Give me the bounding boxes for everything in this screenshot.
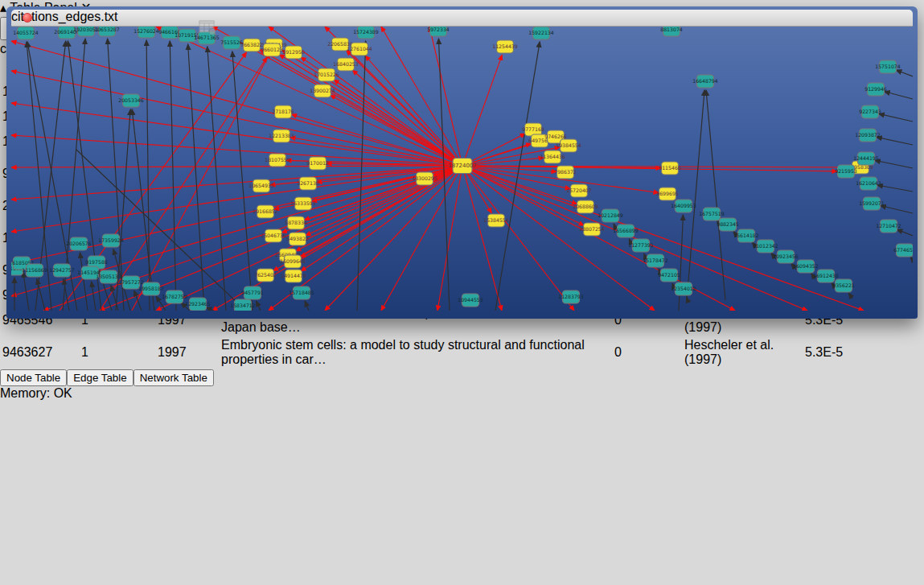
graph-edge[interactable]	[462, 166, 574, 311]
graph-edge[interactable]	[11, 166, 462, 200]
graph-edge[interactable]	[879, 113, 913, 122]
graph-edge[interactable]	[352, 70, 462, 166]
graph-node[interactable]: 15614182	[733, 229, 759, 242]
graph-node[interactable]: 16782759	[162, 290, 187, 303]
graph-edge[interactable]	[206, 307, 214, 311]
graph-edge[interactable]	[11, 166, 462, 232]
graph-node[interactable]: 5878334	[285, 216, 307, 229]
graph-node[interactable]: 9170012	[306, 157, 329, 170]
graph-edge[interactable]	[11, 166, 462, 167]
graph-node[interactable]: 9457791	[241, 286, 264, 299]
graph-node[interactable]: 3267130	[297, 177, 319, 190]
graph-node[interactable]: 8813074	[660, 27, 683, 36]
graph-edge[interactable]	[146, 40, 150, 311]
graph-node[interactable]: 16566899	[613, 225, 639, 237]
graph-node[interactable]: 7663822	[240, 39, 263, 51]
graph-node[interactable]: 15276024	[133, 27, 159, 38]
graph-node[interactable]: 9882345	[717, 218, 739, 231]
graph-node[interactable]: 7625402	[254, 269, 277, 282]
tab-edge-table[interactable]: Edge Table	[67, 369, 133, 386]
graph-node[interactable]: 5912950	[282, 46, 305, 59]
graph-node[interactable]: 9227343	[859, 105, 881, 118]
graph-node[interactable]: 20206576	[66, 237, 92, 250]
graph-node[interactable]: 5493822	[286, 233, 309, 245]
graph-node[interactable]: 9129946	[864, 83, 887, 96]
graph-edge[interactable]	[462, 55, 502, 166]
graph-node[interactable]: 12710472	[876, 220, 901, 233]
graph-node[interactable]: 15720407	[566, 184, 592, 197]
table-cell[interactable]: 0	[614, 337, 682, 368]
graph-node[interactable]: 11277391	[628, 239, 654, 252]
tab-node-table[interactable]: Node Table	[0, 369, 67, 386]
graph-node[interactable]: 15992071	[859, 197, 885, 210]
graph-node[interactable]: 16333593	[290, 197, 316, 210]
graph-node[interactable]: 9215953	[835, 165, 857, 178]
graph-edge[interactable]	[188, 44, 204, 311]
graph-node[interactable]: 10944553	[458, 294, 483, 307]
graph-edge[interactable]	[207, 47, 226, 311]
graph-edge[interactable]	[462, 166, 807, 311]
table-cell[interactable]: 9463627	[2, 337, 79, 368]
graph-node[interactable]: 12354018	[671, 282, 696, 295]
table-cell[interactable]: 1	[80, 337, 155, 368]
graph-node[interactable]: 6774652	[893, 244, 913, 257]
close-window-button[interactable]	[23, 13, 32, 23]
splitter-grip[interactable]: ▴	[0, 1, 6, 14]
graph-edge[interactable]	[875, 160, 913, 168]
graph-node[interactable]: 14055724	[13, 27, 39, 39]
graph-node[interactable]: 10653287	[94, 27, 120, 36]
graph-node[interactable]: 7515526	[220, 36, 243, 49]
network-window-titlebar[interactable]: citations_edges.txt	[11, 10, 913, 27]
graph-edge[interactable]	[687, 90, 704, 300]
graph-edge[interactable]	[108, 39, 124, 311]
graph-node[interactable]: 11254439	[492, 40, 518, 53]
graph-node[interactable]: 9699695	[656, 187, 679, 200]
graph-node[interactable]: 15922134	[528, 27, 554, 39]
graph-edge[interactable]	[281, 50, 462, 166]
graph-node[interactable]: 15046736	[261, 229, 286, 242]
graph-node[interactable]: 9356221	[832, 279, 855, 292]
graph-node[interactable]: 14914479	[281, 270, 306, 282]
graph-edge[interactable]	[306, 166, 462, 236]
graph-edge[interactable]	[877, 137, 913, 145]
graph-edge[interactable]	[37, 279, 45, 311]
graph-edge[interactable]	[897, 229, 913, 236]
table-cell[interactable]: 5.3E-5	[804, 337, 899, 368]
minimize-window-button[interactable]	[38, 13, 47, 23]
graph-node[interactable]: 12923465	[185, 298, 211, 311]
graph-node[interactable]: 10688609	[573, 200, 598, 213]
graph-edge[interactable]	[92, 282, 96, 311]
graph-edge[interactable]	[848, 293, 852, 299]
tab-network-table[interactable]: Network Table	[133, 369, 214, 386]
table-row[interactable]: 946362711997Embryonic stem cells: a mode…	[2, 337, 899, 368]
graph-edge[interactable]	[706, 90, 725, 300]
graph-edge[interactable]	[462, 166, 502, 311]
graph-node[interactable]: 18107559	[265, 154, 290, 167]
graph-node[interactable]: 16094352	[793, 260, 819, 273]
graph-edge[interactable]	[896, 70, 913, 76]
graph-node[interactable]: 15384554	[483, 214, 509, 227]
graph-node[interactable]: 16648794	[692, 75, 718, 88]
zoom-window-button[interactable]	[53, 13, 63, 23]
graph-node[interactable]: 15751074	[875, 60, 901, 73]
graph-node[interactable]: 2718176	[272, 105, 294, 118]
graph-edge[interactable]	[134, 290, 142, 311]
graph-edge[interactable]	[279, 55, 462, 166]
graph-node[interactable]: 10212849	[598, 209, 623, 222]
table-cell[interactable]: Embryonic stem cells: a model to study s…	[220, 337, 612, 368]
graph-edge[interactable]	[462, 166, 655, 311]
graph-node[interactable]: 16912438	[813, 270, 839, 282]
graph-edge[interactable]	[257, 301, 261, 311]
graph-node[interactable]: 12213383	[269, 130, 294, 142]
graph-node[interactable]: 5972334	[427, 27, 450, 36]
graph-edge[interactable]	[495, 42, 540, 311]
graph-edge[interactable]	[679, 215, 683, 311]
graph-node[interactable]: 9660123	[261, 43, 283, 56]
graph-node[interactable]: 10923456	[773, 250, 799, 263]
graph-node[interactable]: 16840253	[333, 58, 359, 71]
table-cell[interactable]: 1997	[157, 337, 219, 368]
graph-node[interactable]: 16210643	[856, 177, 881, 190]
graph-edge[interactable]	[877, 185, 913, 192]
graph-node[interactable]: 11012342	[753, 240, 778, 253]
graph-node[interactable]: 15724389	[353, 27, 379, 39]
